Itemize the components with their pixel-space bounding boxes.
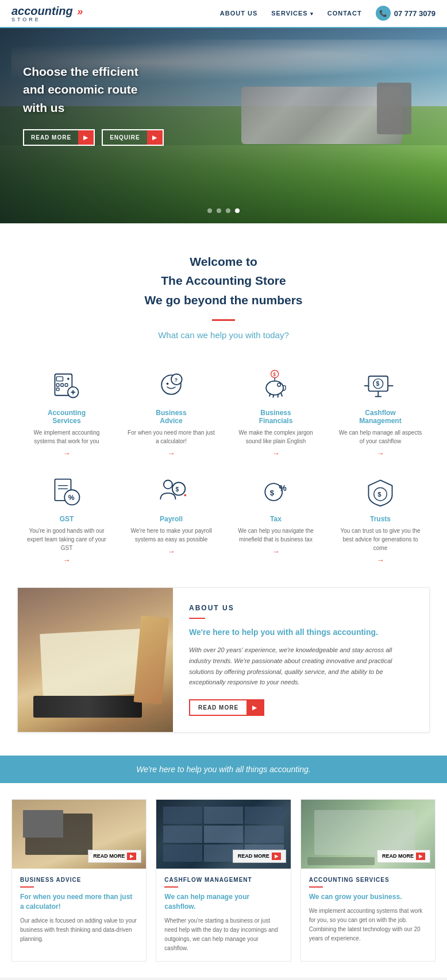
- hero-buttons: READ MORE ▶ ENQUIRE ▶: [23, 129, 424, 146]
- about-section-divider: [189, 618, 205, 619]
- welcome-subtitle: What can we help you with today?: [34, 330, 413, 340]
- service-financials: $ BusinessFinancials We make the complex…: [226, 363, 325, 463]
- service-desc-trusts: You can trust us to give you the best ad…: [337, 526, 424, 552]
- card-readmore-btn-2[interactable]: READ MORE ▶: [233, 850, 286, 863]
- svg-text:%: %: [68, 494, 75, 502]
- card-category-3: ACCOUNTING SERVICES: [309, 877, 427, 883]
- services-grid: AccountingServices We implement accounti…: [0, 351, 447, 576]
- card-text-1: Our advice is focused on adding value to…: [20, 916, 138, 944]
- service-title-accounting: AccountingServices: [23, 409, 110, 425]
- cashflow-icon: $: [363, 369, 398, 403]
- teal-banner: We're here to help you with all things a…: [0, 756, 447, 783]
- service-title-trusts: Trusts: [337, 515, 424, 523]
- card-accounting-services: READ MORE ▶ ACCOUNTING SERVICES We can g…: [300, 799, 436, 962]
- financials-icon: $: [259, 369, 293, 403]
- card-title-1: For when you need more than just a calcu…: [20, 892, 138, 912]
- about-read-more-button[interactable]: READ MORE ▶: [189, 699, 264, 716]
- phone-display: 📞 07 777 3079: [376, 6, 436, 21]
- hero-section: Choose the efficient and economic route …: [0, 28, 447, 223]
- accounting-icon: [49, 369, 84, 403]
- card-title-3: We can grow your business.: [309, 892, 427, 902]
- hero-title: Choose the efficient and economic route …: [23, 63, 424, 117]
- service-title-gst: GST: [23, 515, 110, 523]
- logo-accounting: accounting: [11, 5, 73, 17]
- trusts-icon: $: [363, 475, 398, 509]
- service-arrow-cashflow[interactable]: →: [337, 449, 424, 458]
- svg-text:?: ?: [175, 377, 178, 382]
- service-desc-tax: We can help you navigate the minefield t…: [232, 526, 319, 544]
- cta-section: Let's get you sorted. Call us today! CON…: [0, 978, 447, 980]
- svg-text:$: $: [175, 486, 179, 493]
- service-arrow-accounting[interactable]: →: [23, 449, 110, 458]
- card-business-advice: READ MORE ▶ BUSINESS ADVICE For when you…: [11, 799, 147, 962]
- about-text: With over 20 years' experience, we're kn…: [189, 645, 413, 688]
- chat-icon: ?: [155, 370, 187, 402]
- service-title-tax: Tax: [232, 515, 319, 523]
- card-divider-3: [309, 886, 323, 888]
- svg-point-16: [278, 383, 281, 386]
- dot-1[interactable]: [207, 208, 212, 213]
- card-image-accounting: READ MORE ▶: [301, 800, 435, 869]
- service-title-payroll: Payroll: [128, 515, 215, 523]
- nav-contact[interactable]: CONTACT: [327, 10, 362, 17]
- card-body-3: ACCOUNTING SERVICES We can grow your bus…: [301, 869, 435, 951]
- service-arrow-gst[interactable]: →: [23, 556, 110, 564]
- service-arrow-financials[interactable]: →: [232, 449, 319, 458]
- advice-icon: ?: [154, 369, 188, 403]
- service-desc-cashflow: We can help manage all aspects of your c…: [337, 428, 424, 446]
- tax-icon: $ %: [259, 475, 293, 509]
- svg-point-15: [266, 381, 283, 394]
- svg-rect-1: [56, 377, 63, 381]
- service-arrow-trusts[interactable]: →: [337, 556, 424, 564]
- service-arrow-advice[interactable]: →: [128, 449, 215, 458]
- tax-dollar-icon: $ %: [260, 476, 292, 508]
- about-content: ABOUT US We're here to help you with all…: [173, 588, 429, 732]
- card-readmore-btn-3[interactable]: READ MORE ▶: [377, 850, 430, 863]
- card-divider-2: [164, 886, 178, 888]
- cashflow-dollar-icon: $: [364, 370, 396, 402]
- about-image: [18, 588, 173, 732]
- card-body-2: CASHFLOW MANAGEMENT We can help manage y…: [156, 869, 290, 961]
- svg-line-18: [273, 394, 273, 398]
- payroll-person-icon: $: [155, 476, 187, 508]
- nav-services[interactable]: SERVICES ▾: [271, 10, 314, 17]
- welcome-section: Welcome to The Accounting Store We go be…: [0, 223, 447, 351]
- service-arrow-tax[interactable]: →: [232, 547, 319, 556]
- card-image-business: READ MORE ▶: [12, 800, 146, 869]
- svg-point-11: [167, 382, 169, 385]
- svg-rect-3: [56, 384, 59, 386]
- main-nav: ABOUT US SERVICES ▾ CONTACT 📞 07 777 307…: [220, 6, 436, 21]
- dot-3[interactable]: [226, 208, 230, 213]
- svg-rect-6: [56, 388, 59, 390]
- logo[interactable]: accounting » STORE: [11, 5, 83, 22]
- card-title-2: We can help manage your cashflow.: [164, 892, 282, 912]
- service-arrow-payroll[interactable]: →: [128, 547, 215, 556]
- logo-text-block: accounting » STORE: [11, 5, 83, 22]
- enquire-button[interactable]: ENQUIRE ▶: [102, 129, 164, 146]
- svg-line-20: [281, 393, 282, 397]
- dot-2[interactable]: [217, 208, 221, 213]
- card-body-1: BUSINESS ADVICE For when you need more t…: [12, 869, 146, 952]
- service-trusts: $ Trusts You can trust us to give you th…: [331, 469, 430, 570]
- service-title-cashflow: CashflowManagement: [337, 409, 424, 425]
- service-desc-advice: For when you need more than just a calcu…: [128, 428, 215, 446]
- payroll-icon: $: [154, 475, 188, 509]
- welcome-divider: [212, 319, 235, 321]
- hero-content: Choose the efficient and economic route …: [0, 28, 447, 175]
- welcome-title: Welcome to The Accounting Store We go be…: [34, 252, 413, 310]
- card-category-2: CASHFLOW MANAGEMENT: [164, 877, 282, 883]
- service-advice: ? BusinessAdvice For when you need more …: [122, 363, 221, 463]
- service-desc-payroll: We're here to make your payroll systems …: [128, 526, 215, 544]
- card-image-cashflow: READ MORE ▶: [156, 800, 290, 869]
- shield-dollar-icon: $: [364, 476, 396, 508]
- read-more-button[interactable]: READ MORE ▶: [23, 129, 95, 146]
- nav-about[interactable]: ABOUT US: [220, 10, 257, 17]
- about-title: We're here to help you with all things a…: [189, 627, 413, 638]
- service-desc-accounting: We implement accounting systems that wor…: [23, 428, 110, 446]
- card-readmore-btn-1[interactable]: READ MORE ▶: [88, 850, 141, 863]
- card-divider-1: [20, 886, 34, 888]
- service-tax: $ % Tax We can help you navigate the min…: [226, 469, 325, 570]
- service-accounting: AccountingServices We implement accounti…: [17, 363, 116, 463]
- dot-4[interactable]: [235, 208, 240, 213]
- card-text-3: We implement accounting systems that wor…: [309, 907, 427, 943]
